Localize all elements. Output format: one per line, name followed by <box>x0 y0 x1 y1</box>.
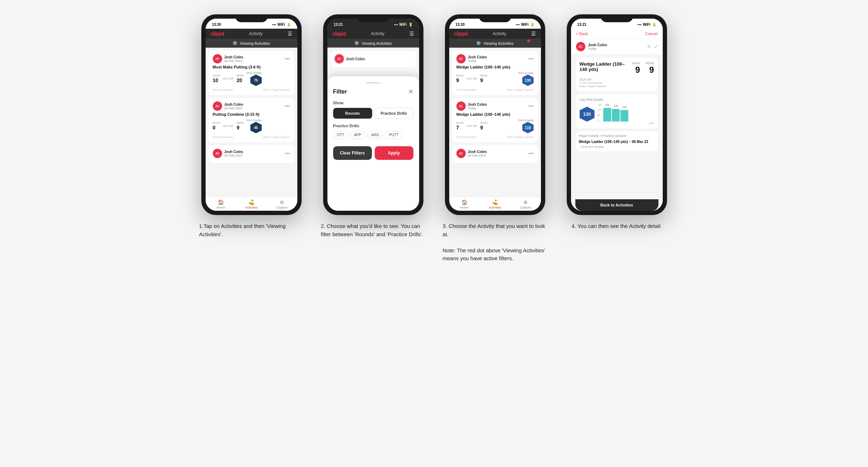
pill-ott[interactable]: OTT <box>333 131 348 139</box>
phone-4: 13:21 ▪▪▪ WiFi 🔋 < Back Cancel JC <box>567 14 667 215</box>
phone-notch-3 <box>479 14 511 22</box>
user-info-3-3: JC Josh Coles 28 Feb 2023 <box>456 149 487 158</box>
footer-right-3-1: Data: Clippd Capture <box>507 88 534 91</box>
bg-avatar-2: JC <box>335 54 344 63</box>
phone-screen-4: 13:21 ▪▪▪ WiFi 🔋 < Back Cancel JC <box>571 19 663 211</box>
user-name-1-3: Josh Coles <box>224 150 243 154</box>
pill-app[interactable]: APP <box>350 131 365 139</box>
viewing-bar-text-2: Viewing Activities <box>361 41 392 46</box>
nav-activities-3[interactable]: ⛳ Activities <box>480 199 510 209</box>
more-dots-3-3[interactable]: ••• <box>528 151 534 156</box>
score-val-3-1: 9 <box>456 77 459 83</box>
step-3-column: 13:20 ▪▪▪ WiFi 🔋 clippd Activity ☰ ⚙️ <box>441 14 549 263</box>
sq-label-3-1: Shot Quality <box>518 71 534 75</box>
home-icon-1: 🏠 <box>218 199 224 205</box>
viewing-bar-2[interactable]: ⚙️ Viewing Activities <box>327 39 419 48</box>
menu-icon-1[interactable]: ☰ <box>288 31 292 37</box>
cancel-btn[interactable]: Cancel <box>645 32 657 36</box>
avg-quality-label: Avg Shot Quality <box>580 98 654 101</box>
more-dots-3-1[interactable]: ••• <box>528 56 534 62</box>
shots-label-3-2: Shots <box>480 121 487 124</box>
card-header-1-2: JC Josh Coles 28 Feb 2023 ••• <box>213 101 290 111</box>
activity-card-3-3[interactable]: JC Josh Coles 28 Feb 2023 ••• <box>452 145 538 163</box>
menu-icon-3[interactable]: ☰ <box>531 31 536 37</box>
nav-capture-3[interactable]: ⊕ Capture <box>510 199 541 209</box>
more-dots-3-2[interactable]: ••• <box>528 103 534 109</box>
back-btn[interactable]: < Back <box>576 32 588 36</box>
outof-1-2: OUT OF <box>223 124 234 128</box>
step-4-text: 4. You can then see the Activity detail. <box>570 222 663 230</box>
red-dot-3 <box>527 39 530 42</box>
more-dots-1-1[interactable]: ••• <box>285 56 290 62</box>
activity-card-1-2[interactable]: JC Josh Coles 28 Feb 2023 ••• Putting Co… <box>208 98 294 142</box>
avatar-1-3: JC <box>213 149 222 158</box>
activity-title-1-1: Must Make Putting (3-6 ft) <box>213 65 290 69</box>
viewing-bar-3[interactable]: ⚙️ Viewing Activities <box>449 39 541 48</box>
apply-btn[interactable]: Apply <box>375 146 413 160</box>
toggle-drills-btn[interactable]: Practice Drills <box>374 108 413 119</box>
nav-capture-1[interactable]: ⊕ Capture <box>267 199 297 209</box>
score-label-1-1: Score <box>213 74 220 77</box>
activity-card-1-3[interactable]: JC Josh Coles 28 Feb 2023 ••• <box>208 145 294 163</box>
step-2-text: 2. Choose what you'd like to see. You ca… <box>320 222 427 238</box>
score-val-3-2: 7 <box>456 125 459 130</box>
back-activities-btn[interactable]: Back to Activities <box>575 199 658 211</box>
clear-filters-btn[interactable]: Clear Filters <box>333 146 372 160</box>
home-icon-3: 🏠 <box>461 199 467 205</box>
filter-toggle-row: Rounds Practice Drills <box>333 108 413 119</box>
more-dots-1-2[interactable]: ••• <box>285 103 290 109</box>
app-logo-3: clippd <box>454 31 468 37</box>
filter-header: Filter ✕ <box>333 88 413 96</box>
time-3: 13:20 <box>456 23 465 27</box>
more-dots-1-3[interactable]: ••• <box>285 151 290 156</box>
step-3-text: 3. Choose the Activity that you want to … <box>441 222 549 263</box>
stats-row-3-1: Score 9 OUT OF Shots 9 Shot Quality 130 <box>456 71 534 86</box>
menu-icon-2[interactable]: ☰ <box>409 31 414 37</box>
phone-screen-1: 13:20 ▪▪▪ WiFi 🔋 clippd Activity ☰ ⚙️ <box>206 19 297 211</box>
activity-card-3-2[interactable]: JC Josh Coles Today ••• Wedge Ladder (10… <box>452 98 538 142</box>
filter-handle <box>366 82 380 84</box>
app-header-1: clippd Activity ☰ <box>206 29 297 39</box>
nav-activities-1[interactable]: ⛳ Activities <box>236 199 267 209</box>
detail-user-info: JC Josh Coles Today <box>576 42 607 51</box>
filter-modal: Filter ✕ Show Rounds Practice Drills Pra… <box>327 76 419 211</box>
activity-title-3-1: Wedge Ladder (100–140 yds) <box>456 65 534 69</box>
avatar-3-2: JC <box>456 101 466 111</box>
nav-home-1[interactable]: 🏠 Home <box>206 199 236 209</box>
detail-score-val: 9 <box>635 65 640 75</box>
footer-right-1-1: Data: Clippd Capture <box>263 88 290 91</box>
user-info-1-1: JC Josh Coles 28 Feb 2023 <box>213 54 243 63</box>
pill-arg[interactable]: ARG <box>368 131 383 139</box>
phone-notch-2 <box>357 14 389 22</box>
outof-detail: OUT OF <box>580 78 592 81</box>
user-info-1-2: JC Josh Coles 28 Feb 2023 <box>213 101 243 111</box>
status-icons-4: ▪▪▪ WiFi 🔋 <box>638 23 656 27</box>
toggle-rounds-btn[interactable]: Rounds <box>333 108 372 119</box>
user-date-3-3: 28 Feb 2023 <box>468 154 487 157</box>
viewing-bar-1[interactable]: ⚙️ Viewing Activities <box>206 39 297 48</box>
wifi-icon-4: WiFi <box>643 23 650 27</box>
close-icon[interactable]: ✕ <box>408 88 413 96</box>
session-label: Player Activity > Practice Session <box>579 134 655 138</box>
activity-card-3-1[interactable]: JC Josh Coles Today ••• Wedge Ladder (10… <box>452 51 538 95</box>
detail-user-row: JC Josh Coles Today ✎ ⤢ <box>571 39 663 54</box>
expand-icon[interactable]: ⤢ <box>653 44 658 49</box>
stats-row-1-1: Score 10 OUT OF Shots 20 Shot Quality 75 <box>213 71 290 86</box>
nav-home-3[interactable]: 🏠 Home <box>449 199 480 209</box>
signal-icon-2: ▪▪▪ <box>394 23 398 27</box>
edit-icon[interactable]: ✎ <box>647 44 651 49</box>
nav-capture-label-1: Capture <box>276 206 288 209</box>
activity-title-3-2: Wedge Ladder (100–140 yds) <box>456 112 534 116</box>
status-icons-2: ▪▪▪ WiFi 🔋 <box>394 23 413 27</box>
activity-list-3: JC Josh Coles Today ••• Wedge Ladder (10… <box>449 48 541 197</box>
battery-icon-2: 🔋 <box>408 23 413 27</box>
user-info-3-1: JC Josh Coles Today <box>456 54 487 63</box>
pill-putt[interactable]: PUTT <box>385 131 402 139</box>
battery-icon-4: 🔋 <box>652 23 656 27</box>
user-info-1-3: JC Josh Coles 28 Feb 2023 <box>213 149 243 158</box>
detail-content: Wedge Ladder (100–140 yds) Score 9 S <box>571 54 663 211</box>
app-logo-1: clippd <box>211 31 224 37</box>
app-logo-2: clippd <box>332 31 346 37</box>
step-2-column: 13:21 ▪▪▪ WiFi 🔋 clippd Activity ☰ ⚙️ <box>320 14 427 263</box>
activity-card-1-1[interactable]: JC Josh Coles 28 Feb 2023 ••• Must Make … <box>208 51 294 95</box>
